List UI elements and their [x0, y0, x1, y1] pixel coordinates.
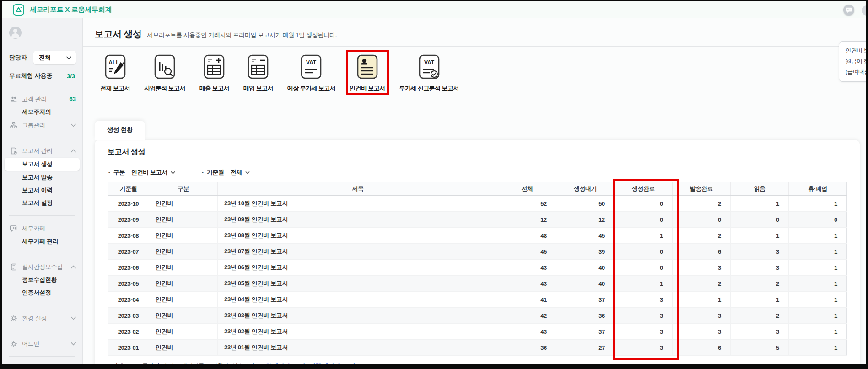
table-cell: 27	[556, 340, 615, 356]
table-row[interactable]: 2023-04인건비23년 04월 인건비 보고서41373111	[108, 292, 847, 308]
table-cell: 36	[498, 340, 556, 356]
sidebar-subitem[interactable]: 세무카페 관리	[2, 235, 82, 248]
table-cell: 인건비	[149, 292, 218, 308]
table-cell: 43	[498, 260, 556, 276]
table-row[interactable]: 2023-10인건비23년 10월 인건비 보고서52500211	[108, 196, 847, 212]
admin-icon	[10, 340, 17, 348]
table-row[interactable]: 2023-03인건비23년 03월 인건비 보고서42363321	[108, 308, 847, 324]
report-type-vat-analysis-report[interactable]: VAT 부가세 신고분석 보고서	[399, 54, 460, 92]
trial-count-badge: 3/3	[67, 73, 75, 80]
report-type-labor-cost-report[interactable]: 인건비 보고서	[349, 54, 386, 92]
footer-data-counts: (조회 데이터: 10건 / 전체 데이터: 10건)	[258, 362, 357, 364]
filter-value: 전체	[231, 168, 242, 176]
trial-status-row: 무료체험 사용중 3/3	[2, 72, 82, 80]
column-header: 생성완료	[615, 182, 673, 196]
table-cell: 3	[615, 292, 673, 308]
sidebar-subitem[interactable]: 인증서설정	[2, 286, 82, 299]
table-cell: 0	[731, 212, 789, 228]
table-cell: 5	[731, 340, 789, 356]
labor-cost-report-icon	[357, 54, 378, 79]
report-type-expected-vat-report[interactable]: VAT 예상 부가세 보고서	[286, 54, 336, 92]
filter-dropdown-base-month[interactable]: •기준월전체	[202, 168, 250, 176]
sidebar-item-cafe[interactable]: 세무카페	[2, 222, 82, 235]
sidebar-subitem[interactable]: 보고서 이력	[2, 184, 82, 197]
table-cell: 50	[556, 196, 615, 212]
table-row[interactable]: 2023-02인건비23년 02월 인건비 보고서43373331	[108, 324, 847, 340]
sidebar-item-report[interactable]: 보고서 관리	[2, 144, 82, 157]
table-cell: 42	[498, 308, 556, 324]
sidebar-subitem[interactable]: 세모주치의	[2, 106, 82, 118]
tab-generation-status[interactable]: 생성 현황	[95, 121, 145, 140]
sidebar-item-label: 어드민	[22, 340, 71, 348]
chevron-down-icon	[71, 316, 76, 320]
sidebar-subitem[interactable]: 정보수집현황	[2, 273, 82, 286]
table-cell: 1	[789, 324, 847, 340]
customers-icon	[10, 96, 17, 103]
page-subtitle: 세모리포트를 사용중인 거래처의 프리미엄 보고서가 매월 1일 생성됩니다.	[147, 31, 337, 39]
expected-vat-report-icon: VAT	[301, 54, 322, 79]
report-icon	[10, 147, 17, 155]
sidebar-subitem-label: 보고서 이력	[22, 186, 53, 194]
vat-analysis-report-icon: VAT	[419, 54, 440, 79]
sidebar-item-customers[interactable]: 고객 관리63	[2, 92, 82, 106]
table-cell: 40	[556, 260, 615, 276]
report-table: 기준월구분제목전체생성대기생성완료발송완료읽음휴·폐업 2023-10인건비23…	[108, 182, 847, 356]
report-type-list: ALL 전체 보고서 사업분석 보고서 매출 보고서 매입 보고서VAT 예상 …	[83, 47, 866, 92]
sidebar-subitem[interactable]: 보고서 설정	[2, 197, 82, 209]
table-row[interactable]: 2023-05인건비23년 05월 인건비 보고서43401221	[108, 276, 847, 292]
table-cell: 37	[556, 324, 615, 340]
sidebar-item-realtime[interactable]: 실시간정보수집	[2, 260, 82, 273]
table-cell: 2023-04	[108, 292, 149, 308]
table-row[interactable]: 2023-07인건비23년 07월 인건비 보고서45390631	[108, 244, 847, 260]
table-cell: 0	[615, 260, 673, 276]
table-cell: 1	[789, 260, 847, 276]
divider	[9, 215, 75, 216]
table-row[interactable]: 2023-06인건비23년 06월 인건비 보고서43400331	[108, 260, 847, 276]
table-cell: 1	[789, 340, 847, 356]
sidebar-item-group[interactable]: 그룹관리	[2, 118, 82, 132]
table-footer-note: •아래로 스크롤하면 더 많은 데이터를 조회할 수 있습니다. (조회 데이터…	[108, 362, 847, 364]
filter-value: 인건비 보고서	[131, 168, 167, 176]
filter-dropdown-category[interactable]: •구분인건비 보고서	[108, 168, 175, 176]
table-cell: 36	[556, 308, 615, 324]
table-cell: 1	[789, 276, 847, 292]
chevron-down-icon	[171, 171, 175, 174]
app-logo-icon	[13, 4, 24, 16]
labor-report-tooltip: 인건비 보고월급여 현황(급여대장	[839, 41, 866, 82]
edge-icon-partial	[862, 5, 868, 16]
table-cell: 0	[673, 212, 731, 228]
chat-bubble-icon[interactable]	[843, 5, 854, 16]
sidebar-menu: 고객 관리63세모주치의그룹관리보고서 관리보고서 생성보고서 발송보고서 이력…	[2, 92, 82, 357]
top-bar: 세모리포트 X 로움세무회계	[2, 1, 866, 18]
table-cell: 23년 09월 인건비 보고서	[218, 212, 498, 228]
table-cell: 0	[615, 212, 673, 228]
table-cell: 3	[673, 308, 731, 324]
table-row[interactable]: 2023-01인건비23년 01월 인건비 보고서36273651	[108, 340, 847, 356]
report-type-sales-report[interactable]: 매출 보고서	[199, 54, 230, 92]
report-type-business-analysis-report[interactable]: 사업분석 보고서	[143, 54, 186, 92]
table-cell: 1	[615, 228, 673, 244]
divider	[9, 331, 75, 331]
report-type-label: 부가세 신고분석 보고서	[399, 84, 459, 92]
sidebar-item-label: 세무카페	[22, 225, 76, 233]
table-cell: 인건비	[149, 212, 218, 228]
filter-label: 구분	[113, 168, 125, 176]
sidebar-subitem-active[interactable]: 보고서 생성	[5, 158, 80, 171]
table-cell: 1	[789, 308, 847, 324]
table-cell: 2	[731, 308, 789, 324]
report-type-purchase-report[interactable]: 매입 보고서	[243, 54, 274, 92]
sidebar-subitem[interactable]: 보고서 발송	[2, 171, 82, 184]
report-type-all-report[interactable]: ALL 전체 보고서	[99, 54, 131, 92]
table-row[interactable]: 2023-09인건비23년 09월 인건비 보고서12120000	[108, 212, 847, 228]
table-cell: 3	[615, 340, 673, 356]
manager-select[interactable]: 전체	[33, 51, 76, 64]
table-cell: 23년 04월 인건비 보고서	[218, 292, 498, 308]
sidebar-item-admin[interactable]: 어드민	[2, 337, 82, 350]
bullet: •	[108, 170, 110, 175]
table-cell: 2023-08	[108, 228, 149, 244]
table-cell: 41	[498, 292, 556, 308]
table-cell: 3	[615, 324, 673, 340]
table-row[interactable]: 2023-08인건비23년 08월 인건비 보고서48451211	[108, 228, 847, 244]
sidebar-item-settings[interactable]: 환경 설정	[2, 311, 82, 325]
table-header-row: 기준월구분제목전체생성대기생성완료발송완료읽음휴·폐업	[108, 182, 847, 196]
